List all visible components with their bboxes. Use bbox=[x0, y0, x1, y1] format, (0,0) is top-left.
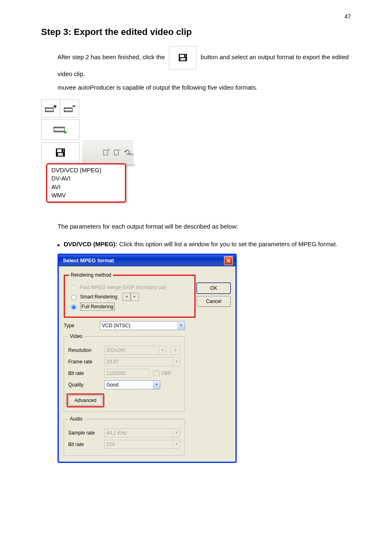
svg-rect-47 bbox=[58, 127, 58, 128]
video-legend: Video bbox=[68, 333, 84, 340]
quality-dropdown[interactable]: Good ▼ bbox=[104, 380, 160, 389]
resolution-dropdown: 352x240 ▼ bbox=[104, 346, 166, 355]
caret-icon: ▼ bbox=[173, 440, 180, 449]
vbr-checkbox bbox=[154, 370, 159, 376]
doc-plus-icon: + bbox=[102, 148, 111, 156]
svg-rect-62 bbox=[62, 149, 63, 152]
vbr-label: VBR bbox=[161, 370, 171, 377]
svg-rect-35 bbox=[65, 111, 66, 112]
ipo-refresh-icon: IPO bbox=[124, 148, 132, 156]
quality-value: Good bbox=[106, 381, 118, 388]
svg-rect-48 bbox=[59, 127, 60, 128]
framerate-dropdown: 29,97 ▼ bbox=[104, 357, 180, 366]
svg-rect-38 bbox=[69, 111, 69, 112]
svg-marker-59 bbox=[65, 131, 67, 134]
outro-text: The parameters for each output format wi… bbox=[58, 222, 351, 231]
radio-full[interactable]: Full Rendering bbox=[69, 303, 190, 311]
svg-rect-30 bbox=[66, 108, 67, 109]
filmstrip-minus-button[interactable] bbox=[60, 99, 79, 118]
arrow-left-button[interactable]: ◄ bbox=[122, 293, 131, 301]
menu-item-wmv[interactable]: WMV bbox=[51, 191, 121, 199]
intro-text-pre: After step 2 has been finished, click th… bbox=[58, 53, 165, 60]
svg-rect-22 bbox=[51, 111, 52, 112]
type-dropdown[interactable]: VCD (NTSC) ▼ bbox=[100, 321, 185, 330]
radio-smart[interactable]: Smart Rendering ◄ ► bbox=[69, 293, 190, 301]
filmstrip-plus-button[interactable] bbox=[41, 99, 60, 118]
svg-rect-53 bbox=[56, 131, 57, 132]
arrow-right-button[interactable]: ► bbox=[131, 293, 139, 301]
svg-rect-18 bbox=[46, 111, 47, 112]
svg-text:−: − bbox=[119, 148, 121, 152]
video-group: Video Resolution 352x240 ▼ + Frame rate … bbox=[64, 333, 185, 412]
audio-legend: Audio bbox=[68, 415, 84, 423]
mpeg-dialog: Select MPEG format OK Cancel Rendering m… bbox=[58, 254, 237, 463]
bullet-mpeg: DVD/VCD (MPEG): Click this option will l… bbox=[58, 240, 351, 249]
svg-rect-55 bbox=[59, 131, 60, 132]
menu-item-mpeg[interactable]: DVD/VCD (MPEG) bbox=[51, 166, 121, 174]
svg-rect-45 bbox=[55, 127, 55, 128]
svg-rect-2 bbox=[184, 55, 185, 57]
framerate-value: 29,97 bbox=[106, 358, 119, 365]
svg-rect-46 bbox=[56, 127, 57, 128]
bitrate-value: 1150000 bbox=[104, 369, 150, 378]
framerate-label: Frame rate bbox=[68, 358, 100, 365]
resolution-add-button: + bbox=[171, 346, 180, 355]
svg-rect-63 bbox=[58, 153, 63, 156]
caret-icon: ▼ bbox=[159, 346, 166, 354]
bitrate-label: Bit rate bbox=[68, 370, 100, 377]
svg-rect-32 bbox=[69, 108, 69, 109]
caret-icon: ▼ bbox=[153, 381, 160, 389]
dialog-titlebar: Select MPEG format bbox=[59, 255, 235, 266]
svg-rect-40 bbox=[71, 111, 72, 112]
filmstrip-play-button[interactable] bbox=[41, 119, 80, 140]
close-button[interactable] bbox=[224, 256, 233, 265]
caret-icon: ▼ bbox=[173, 358, 180, 366]
doc-minus-icon: − bbox=[113, 148, 121, 156]
abitrate-value: 224 bbox=[106, 441, 115, 448]
radio-fast-label: Fast MPEG merge (GOP boundary cut) bbox=[80, 284, 166, 291]
svg-rect-15 bbox=[50, 108, 51, 109]
svg-rect-39 bbox=[70, 111, 71, 112]
samplerate-label: Sample rate bbox=[68, 429, 100, 437]
svg-rect-49 bbox=[60, 127, 61, 128]
svg-rect-29 bbox=[65, 108, 66, 109]
menu-item-avi[interactable]: AVI bbox=[51, 183, 121, 191]
intro-paragraph: After step 2 has been finished, click th… bbox=[58, 46, 351, 79]
audio-group: Audio Sample rate 44,1 KHz ▼ Bit rate 22… bbox=[64, 415, 185, 456]
svg-rect-36 bbox=[66, 111, 67, 112]
type-value: VCD (NTSC) bbox=[102, 322, 130, 329]
radio-full-input[interactable] bbox=[71, 305, 76, 310]
resolution-label: Resolution bbox=[68, 347, 100, 354]
save-button-large[interactable] bbox=[41, 142, 80, 163]
radio-smart-input[interactable] bbox=[71, 295, 76, 300]
svg-rect-50 bbox=[62, 127, 63, 128]
svg-rect-58 bbox=[63, 131, 64, 132]
svg-rect-13 bbox=[47, 108, 48, 109]
svg-rect-20 bbox=[48, 111, 49, 112]
type-label: Type bbox=[64, 322, 96, 329]
abitrate-dropdown: 224 ▼ bbox=[104, 440, 180, 449]
svg-rect-54 bbox=[58, 131, 58, 132]
page: 47 Step 3: Export the edited video clip … bbox=[0, 0, 392, 555]
cancel-button[interactable]: Cancel bbox=[197, 296, 231, 307]
samplerate-dropdown: 44,1 KHz ▼ bbox=[104, 428, 180, 437]
toolbar-screenshot: + − IPO bbox=[41, 99, 136, 215]
svg-rect-33 bbox=[70, 108, 71, 109]
svg-rect-57 bbox=[62, 131, 63, 132]
svg-rect-52 bbox=[55, 131, 55, 132]
rendering-legend: Rendering method bbox=[69, 271, 113, 279]
bullet-title: DVD/VCD (MPEG): bbox=[64, 240, 118, 247]
quality-label: Quality bbox=[68, 381, 100, 388]
advanced-button[interactable]: Advanced bbox=[69, 395, 102, 405]
menu-item-dvavi[interactable]: DV-AVI bbox=[51, 174, 121, 183]
rendering-group: Rendering method Fast MPEG merge (GOP bo… bbox=[64, 271, 196, 318]
caret-icon: ▼ bbox=[178, 321, 184, 330]
svg-rect-51 bbox=[63, 127, 64, 128]
ok-button[interactable]: OK bbox=[197, 283, 231, 294]
svg-rect-23 bbox=[52, 111, 53, 112]
svg-rect-4 bbox=[104, 150, 108, 155]
svg-rect-34 bbox=[71, 108, 72, 109]
toolbar-background: + − IPO bbox=[82, 141, 134, 165]
advanced-highlight: Advanced bbox=[67, 393, 104, 407]
svg-rect-21 bbox=[50, 111, 51, 112]
